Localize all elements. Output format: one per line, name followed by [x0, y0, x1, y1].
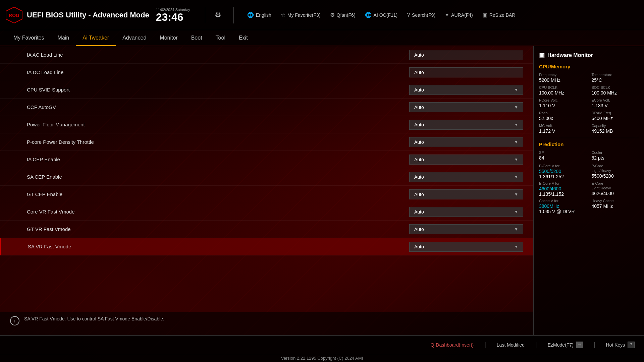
ecore-light-heavy-sublabel: Light/Heavy — [592, 186, 639, 190]
toolbar-aura[interactable]: ✦ AURA(F4) — [441, 10, 477, 20]
setting-sa-vr-fast-vmode[interactable]: SA VR Fast Vmode Auto ▼ — [0, 238, 533, 255]
soc-bclk-value: 100.00 MHz — [592, 90, 639, 96]
prediction-section-title: Prediction — [539, 141, 639, 147]
setting-ia-ac-load-line[interactable]: IA AC Load Line Auto — [0, 46, 533, 64]
gt-cep-enable-value: Auto ▼ — [409, 189, 523, 199]
copyright-text: Version 2.22.1295 Copyright (C) 2024 AMI — [281, 356, 363, 361]
dropdown-arrow-icon: ▼ — [514, 140, 518, 144]
status-divider3: | — [594, 341, 595, 348]
cache-v-for-value: 1.035 V @ DLVR — [539, 209, 586, 214]
setting-sa-cep-enable[interactable]: SA CEP Enable Auto ▼ — [0, 168, 533, 186]
nav-tool[interactable]: Tool — [209, 30, 232, 46]
hw-cpu-bclk: CPU BCLK 100.00 MHz — [539, 85, 586, 96]
pcore-volt-value: 1.110 V — [539, 103, 586, 108]
hw-cooler: Cooler 82 pts — [592, 150, 639, 161]
toolbar-resizebar-label: ReSize BAR — [489, 12, 516, 18]
last-modified-button[interactable]: Last Modified — [494, 341, 527, 349]
setting-core-vr-fast-vmode[interactable]: Core VR Fast Vmode Auto ▼ — [0, 203, 533, 221]
power-floor-management-value: Auto ▼ — [409, 120, 523, 130]
setting-power-floor-management[interactable]: Power Floor Management Auto ▼ — [0, 116, 533, 133]
gt-cep-enable-label: GT CEP Enable — [27, 191, 409, 197]
power-floor-management-dropdown[interactable]: Auto ▼ — [409, 120, 523, 130]
cooler-value: 82 pts — [592, 155, 639, 161]
ecore-volt-value: 1.133 V — [592, 103, 639, 108]
nav-boot[interactable]: Boot — [184, 30, 209, 46]
toolbar-resizebar[interactable]: ▣ ReSize BAR — [478, 10, 520, 20]
hw-pcore-v-for: P-Core V for 5500/5200 1.361/1.252 — [539, 164, 586, 179]
cache-v-for-label: Cache V for — [539, 199, 586, 203]
time-display: 23:46 — [156, 12, 183, 22]
toolbar-favorite[interactable]: ☆ My Favorite(F3) — [277, 10, 325, 20]
toolbar-favorite-label: My Favorite(F3) — [287, 12, 321, 18]
hw-monitor-title: ▣ Hardware Monitor — [539, 52, 639, 59]
ecore-light-heavy-value: 4626/4600 — [592, 191, 639, 196]
top-bar: ROG UEFI BIOS Utility - Advanced Mode 11… — [0, 0, 644, 30]
toolbar-search[interactable]: ? Search(F9) — [403, 10, 439, 20]
hw-soc-bclk: SOC BCLK 100.00 MHz — [592, 85, 639, 96]
dropdown-arrow-icon: ▼ — [514, 175, 518, 179]
dropdown-arrow-icon: ▼ — [514, 157, 518, 162]
temperature-label: Temperature — [592, 73, 639, 77]
q-dashboard-button[interactable]: Q-Dashboard(Insert) — [428, 341, 476, 349]
dropdown-arrow-icon: ▼ — [514, 122, 518, 127]
core-vr-fast-vmode-label: Core VR Fast Vmode — [27, 209, 409, 215]
ccf-autogv-value: Auto ▼ — [409, 102, 523, 112]
toolbar-qfan[interactable]: ⚙ Qfan(F6) — [326, 10, 360, 20]
core-vr-fast-vmode-dropdown[interactable]: Auto ▼ — [409, 207, 523, 217]
setting-ia-dc-load-line[interactable]: IA DC Load Line Auto — [0, 64, 533, 81]
setting-pcore-power-density-throttle[interactable]: P-core Power Density Throttle Auto ▼ — [0, 133, 533, 151]
nav-main[interactable]: Main — [51, 30, 76, 46]
hot-keys-button[interactable]: Hot Keys ? — [603, 340, 638, 350]
ez-mode-label: EzMode(F7) — [548, 342, 574, 348]
ecore-light-heavy-label: E-Core — [592, 181, 639, 185]
hw-ecore-v-for: E-Core V for 4600/4600 1.135/1.152 — [539, 181, 586, 197]
ecore-v-for-label: E-Core V for — [539, 181, 586, 185]
resizebar-icon: ▣ — [482, 12, 487, 18]
setting-ccf-autogv[interactable]: CCF AutoGV Auto ▼ — [0, 99, 533, 116]
dram-freq-label: DRAM Freq. — [592, 111, 639, 115]
ia-dc-load-line-label: IA DC Load Line — [27, 69, 409, 75]
ia-cep-enable-dropdown[interactable]: Auto ▼ — [409, 155, 523, 165]
setting-gt-cep-enable[interactable]: GT CEP Enable Auto ▼ — [0, 186, 533, 203]
hot-keys-badge-icon: ? — [628, 342, 635, 348]
prediction-cache-row: Cache V for 3800MHz 1.035 V @ DLVR Heavy… — [539, 199, 639, 214]
setting-ia-cep-enable[interactable]: IA CEP Enable Auto ▼ — [0, 151, 533, 168]
hw-monitor-panel: ▣ Hardware Monitor CPU/Memory Frequency … — [533, 46, 644, 335]
ia-dc-load-line-value: Auto — [409, 67, 523, 77]
setting-gt-vr-fast-vmode[interactable]: GT VR Fast Vmode Auto ▼ — [0, 221, 533, 238]
settings-icon[interactable]: ⚙ — [215, 11, 221, 19]
cpu-svid-support-value: Auto ▼ — [409, 85, 523, 95]
sa-cep-enable-value: Auto ▼ — [409, 172, 523, 182]
gt-vr-fast-vmode-dropdown[interactable]: Auto ▼ — [409, 224, 523, 234]
sa-vr-fast-vmode-dropdown[interactable]: Auto ▼ — [409, 242, 523, 252]
toolbar-aioc[interactable]: 🌐 AI OC(F11) — [361, 10, 402, 20]
nav-ai-tweaker[interactable]: Ai Tweaker — [76, 30, 116, 46]
pcore-v-for-label: P-Core V for — [539, 164, 586, 168]
cpu-bclk-value: 100.00 MHz — [539, 90, 586, 96]
setting-cpu-svid-support[interactable]: CPU SVID Support Auto ▼ — [0, 81, 533, 99]
toolbar-english[interactable]: 🌐 English — [243, 10, 275, 20]
favorite-icon: ☆ — [281, 12, 285, 18]
toolbar-aura-label: AURA(F4) — [451, 12, 473, 18]
ia-dc-load-line-input: Auto — [409, 67, 523, 77]
cpu-svid-support-dropdown[interactable]: Auto ▼ — [409, 85, 523, 95]
nav-my-favorites[interactable]: My Favorites — [7, 30, 51, 46]
qfan-icon: ⚙ — [330, 12, 335, 18]
mc-volt-value: 1.172 V — [539, 128, 586, 134]
status-divider1: | — [484, 341, 486, 348]
hw-cache-v-for: Cache V for 3800MHz 1.035 V @ DLVR — [539, 199, 586, 214]
sp-value: 84 — [539, 155, 586, 161]
ia-ac-load-line-label: IA AC Load Line — [27, 52, 409, 58]
nav-monitor[interactable]: Monitor — [153, 30, 184, 46]
toolbar: 🌐 English ☆ My Favorite(F3) ⚙ Qfan(F6) 🌐… — [243, 10, 639, 20]
nav-exit[interactable]: Exit — [232, 30, 255, 46]
nav-advanced[interactable]: Advanced — [116, 30, 153, 46]
hw-mc-volt: MC Volt. 1.172 V — [539, 124, 586, 134]
ez-mode-button[interactable]: EzMode(F7) ⊣ — [545, 340, 586, 350]
dropdown-arrow-icon: ▼ — [514, 244, 518, 249]
gt-cep-enable-dropdown[interactable]: Auto ▼ — [409, 189, 523, 199]
core-vr-fast-vmode-value: Auto ▼ — [409, 207, 523, 217]
sa-cep-enable-dropdown[interactable]: Auto ▼ — [409, 172, 523, 182]
pcore-power-density-throttle-dropdown[interactable]: Auto ▼ — [409, 137, 523, 147]
ccf-autogv-dropdown[interactable]: Auto ▼ — [409, 102, 523, 112]
